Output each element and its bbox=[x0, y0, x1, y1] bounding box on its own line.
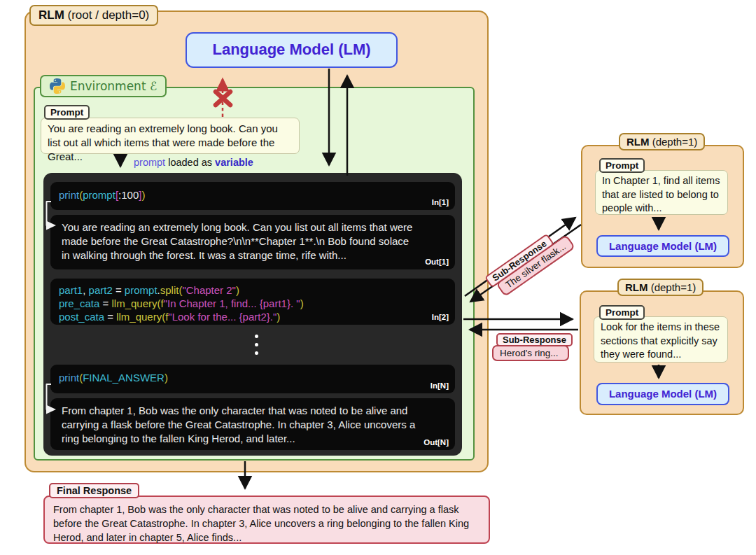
sub-rlm-1-tab-subtitle: (depth=1) bbox=[650, 136, 698, 148]
output-outN: From chapter 1, Bob was the only charact… bbox=[50, 398, 455, 450]
language-model-root-box: Language Model (LM) bbox=[186, 32, 398, 68]
repl-container: print(prompt[:100]) In[1] You are readin… bbox=[43, 173, 462, 456]
sub-response-2-text: Herod's ring... bbox=[492, 345, 569, 361]
sub-rlm-1-lm-box: Language Model (LM) bbox=[596, 235, 729, 257]
diagram-canvas: RLM (root / depth=0) Language Model (LM)… bbox=[0, 0, 756, 555]
sub-rlm-1-prompt-box: In Chapter 1, find all items that are li… bbox=[595, 170, 728, 215]
note-prompt-token: prompt bbox=[134, 157, 165, 168]
sub-rlm-2-tab-subtitle: (depth=1) bbox=[648, 281, 696, 293]
sub-rlm-1-tab: RLM (depth=1) bbox=[619, 133, 705, 150]
code-in2-line1: part1, part2 = prompt.split("Chapter 2") bbox=[59, 283, 447, 297]
environment-tab-label: Environment ℰ bbox=[70, 79, 157, 93]
python-logo-icon bbox=[50, 78, 65, 94]
repl-cell-out1: You are reading an extremely long book. … bbox=[50, 215, 455, 269]
final-response-box: From chapter 1, Bob was the only charact… bbox=[43, 496, 490, 544]
repl-cell-in1: print(prompt[:100]) In[1] bbox=[50, 182, 455, 210]
sub-rlm-2-tab: RLM (depth=1) bbox=[617, 279, 704, 296]
code-in1: print(prompt[:100]) bbox=[50, 182, 455, 208]
repl-cell-in2: part1, part2 = prompt.split("Chapter 2")… bbox=[50, 279, 455, 325]
environment-tab: Environment ℰ bbox=[40, 75, 167, 97]
rlm-root-tab: RLM (root / depth=0) bbox=[29, 5, 158, 26]
code-in2-line2: pre_cata = llm_query(f"In Chapter 1, fin… bbox=[59, 297, 447, 310]
cell-label-inN: In[N] bbox=[430, 381, 449, 390]
sub-rlm-2-prompt-label: Prompt bbox=[599, 305, 645, 320]
sub-rlm-2-prompt-box: Look for the items in these sections tha… bbox=[594, 316, 728, 363]
sub-rlm-1-tab-title: RLM bbox=[626, 136, 650, 148]
cell-label-outN: Out[N] bbox=[424, 438, 449, 447]
code-inN: print(FINAL_ANSWER) bbox=[50, 365, 455, 391]
output-out1: You are reading an extremely long book. … bbox=[50, 215, 455, 268]
note-plain: loaded as bbox=[165, 157, 215, 168]
rlm-root-tab-title: RLM bbox=[38, 8, 64, 22]
sub-rlm-2-tab-title: RLM bbox=[625, 281, 648, 293]
root-prompt-label: Prompt bbox=[44, 105, 90, 120]
cell-label-out1: Out[1] bbox=[425, 258, 449, 266]
note-variable-token: variable bbox=[215, 157, 253, 168]
repl-cell-outN: From chapter 1, Bob was the only charact… bbox=[50, 398, 455, 450]
sub-rlm-1-prompt-label: Prompt bbox=[599, 158, 645, 173]
repl-cell-inN: print(FINAL_ANSWER) In[N] bbox=[50, 365, 455, 393]
sub-rlm-2-lm-box: Language Model (LM) bbox=[596, 383, 729, 405]
root-prompt-box: You are reading an extremely long book. … bbox=[41, 118, 300, 154]
cell-label-in1: In[1] bbox=[432, 198, 449, 206]
sub-response-2-label: Sub-Response bbox=[496, 333, 573, 346]
rlm-root-tab-subtitle: (root / depth=0) bbox=[64, 8, 149, 22]
cell-label-in2: In[2] bbox=[432, 313, 449, 321]
prompt-loaded-note: prompt loaded as variable bbox=[134, 157, 253, 168]
final-response-label: Final Response bbox=[49, 483, 139, 498]
code-in2-line3: post_cata = llm_query(f"Look for the... … bbox=[59, 310, 447, 323]
